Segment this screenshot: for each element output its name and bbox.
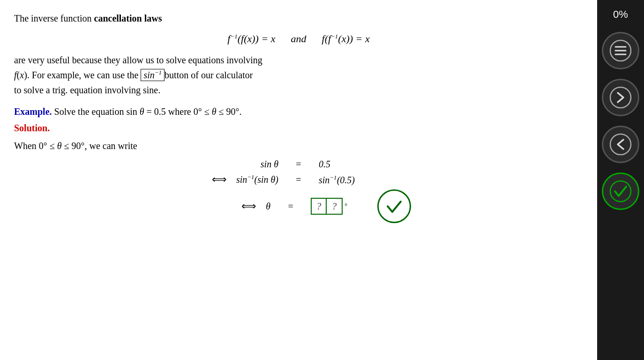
body-paragraph: are very useful because they allow us to…: [14, 52, 583, 98]
degree-symbol: °: [344, 202, 347, 210]
row2-rhs: sin−1(0.5): [319, 174, 403, 186]
sidebar: 0%: [597, 0, 644, 360]
progress-percent: 0%: [597, 4, 644, 27]
menu-button[interactable]: [602, 32, 639, 69]
row3-rhs: ? ? °: [311, 189, 411, 223]
row3-iff-lhs: ⟺ θ: [186, 200, 270, 212]
answer-box-2[interactable]: ?: [327, 199, 342, 214]
check-button[interactable]: [602, 172, 639, 210]
iff-symbol-2: ⟺: [241, 200, 256, 212]
main-content: The inverse function cancellation laws f…: [0, 0, 597, 360]
formula-left: f−1(f(x)) = x: [227, 33, 275, 45]
row1-rhs: 0.5: [319, 159, 403, 170]
body3: to solve a trig. equation involving sine…: [14, 85, 160, 95]
cancellation-laws-formula: f−1(f(x)) = x and f(f−1(x)) = x: [14, 33, 583, 45]
theta-lhs: θ: [266, 201, 270, 212]
body2-pre: f(x). For example, we can use the: [14, 70, 141, 80]
example-label: Example.: [14, 106, 52, 117]
when-text: When 0° ≤ θ ≤ 90°, we can write: [14, 138, 583, 153]
iff-symbol-1: ⟺: [212, 173, 227, 185]
row3-eq: =: [284, 201, 298, 212]
math-row-3: ⟺ θ = ? ? °: [14, 189, 583, 223]
title-line: The inverse function cancellation laws: [14, 11, 583, 25]
math-row-1: sin θ = 0.5: [14, 159, 583, 170]
solution-label: Solution.: [14, 123, 583, 134]
svg-point-6: [610, 181, 631, 202]
answer-box-1[interactable]: ?: [312, 199, 327, 214]
checkmark-circle[interactable]: [377, 189, 411, 223]
body1: are very useful because they allow us to…: [14, 55, 262, 65]
sin-inverse-button-label: sin−1: [141, 69, 165, 81]
row1-lhs: sin θ: [194, 159, 278, 170]
svg-point-5: [610, 134, 631, 155]
formula-right: f(f−1(x)) = x: [322, 33, 370, 45]
title-bold: cancellation laws: [94, 13, 162, 23]
title-prefix: The inverse function: [14, 13, 94, 23]
next-button[interactable]: [602, 79, 639, 116]
row2-iff-lhs: ⟺ sin−1(sin θ): [194, 173, 278, 186]
row2-eq: =: [292, 174, 306, 185]
example-line: Example. Solve the equation sin θ = 0.5 …: [14, 104, 583, 119]
example-text: Solve the equation sin θ = 0.5 where 0° …: [54, 106, 242, 117]
answer-boxes[interactable]: ? ?: [311, 198, 343, 215]
back-button[interactable]: [602, 126, 639, 163]
svg-point-4: [610, 87, 631, 108]
body2-post: button of our calculator: [165, 70, 253, 80]
row1-eq: =: [292, 159, 306, 170]
formula-and: and: [291, 33, 307, 45]
math-row-2: ⟺ sin−1(sin θ) = sin−1(0.5): [14, 173, 583, 186]
